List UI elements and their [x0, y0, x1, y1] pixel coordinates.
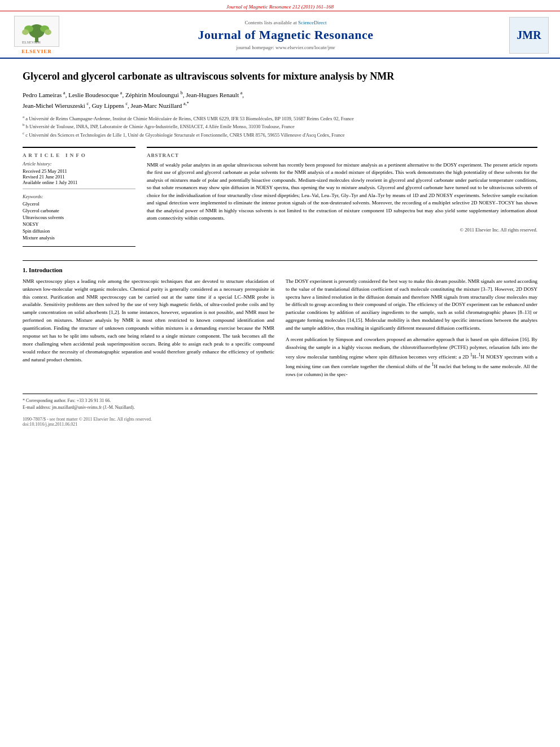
- elsevier-logo: ELSEVIER ELSEVIER: [11, 16, 62, 54]
- keyword-ultraviscous: Ultraviscous solvents: [23, 215, 135, 220]
- footnote-corresponding: * Corresponding author. Fax: +33 3 26 91…: [23, 397, 537, 411]
- affiliations: a a Université de Reims Champagne-Ardenn…: [23, 114, 537, 139]
- svg-point-4: [22, 29, 29, 35]
- article-body: Glycerol and glycerol carbonate as ultra…: [0, 59, 560, 394]
- keywords-label: Keywords:: [23, 194, 135, 199]
- elsevier-label: ELSEVIER: [21, 49, 52, 54]
- svg-text:ELSEVIER: ELSEVIER: [22, 40, 41, 44]
- sciencedirect-link[interactable]: ScienceDirect: [298, 20, 326, 25]
- intro-right-para-2: A recent publication by Simpson and cowo…: [286, 336, 537, 379]
- intro-right-col: The DOSY experiment is presently conside…: [286, 278, 537, 382]
- keywords-section: Keywords: Glycerol Glycerol carbonate Ul…: [23, 189, 135, 241]
- article-meta-section: A R T I C L E I N F O Article history: R…: [23, 147, 537, 252]
- intro-two-col: NMR spectroscopy plays a leading role am…: [23, 278, 537, 382]
- footer: * Corresponding author. Fax: +33 3 26 91…: [23, 394, 537, 414]
- intro-left-para: NMR spectroscopy plays a leading role am…: [23, 278, 274, 364]
- journal-homepage: journal homepage: www.elsevier.com/locat…: [68, 45, 504, 50]
- available-date: Available online 1 July 2011: [23, 180, 135, 185]
- article-info-col: A R T I C L E I N F O Article history: R…: [23, 147, 135, 252]
- abstract-title: ABSTRACT: [147, 152, 537, 158]
- elsevier-logo-image: ELSEVIER: [14, 16, 59, 47]
- keyword-noesy: NOESY: [23, 221, 135, 227]
- intro-right-para-1: The DOSY experiment is presently conside…: [286, 278, 537, 333]
- keyword-glycerol: Glycerol: [23, 201, 135, 207]
- intro-left-col: NMR spectroscopy plays a leading role am…: [23, 278, 274, 382]
- section-divider: [23, 260, 537, 261]
- article-info: A R T I C L E I N F O Article history: R…: [23, 147, 135, 247]
- abstract-text: NMR of weakly polar analytes in an apola…: [147, 161, 537, 222]
- abstract-col: ABSTRACT NMR of weakly polar analytes in…: [147, 147, 537, 252]
- received-date: Received 25 May 2011: [23, 168, 135, 174]
- journal-ref: Journal of Magnetic Resonance 212 (2011)…: [226, 4, 334, 10]
- keyword-mixture-analysis: Mixture analysis: [23, 235, 135, 241]
- revised-date: Revised 21 June 2011: [23, 174, 135, 180]
- abstract-copyright: © 2011 Elsevier Inc. All rights reserved…: [147, 227, 537, 233]
- elsevier-tree-icon: ELSEVIER: [20, 19, 54, 44]
- authors: Pedro Lameiras a, Leslie Boudesocque a, …: [23, 90, 537, 111]
- jmr-logo: JMR: [509, 17, 549, 54]
- svg-point-5: [45, 29, 51, 35]
- journal-title: Journal of Magnetic Resonance: [68, 28, 504, 42]
- history-section-title: A R T I C L E I N F O: [23, 152, 135, 158]
- section-heading-intro: 1. Introduction: [23, 267, 537, 273]
- sciencedirect-line: Contents lists available at ScienceDirec…: [68, 20, 504, 25]
- keyword-glycerol-carbonate: Glycerol carbonate: [23, 208, 135, 213]
- keyword-spin-diffusion: Spin diffusion: [23, 228, 135, 234]
- abstract-section: ABSTRACT NMR of weakly polar analytes in…: [147, 147, 537, 233]
- jmr-abbrev: JMR: [517, 29, 541, 42]
- introduction-section: 1. Introduction NMR spectroscopy plays a…: [23, 267, 537, 382]
- top-bar: Journal of Magnetic Resonance 212 (2011)…: [0, 0, 560, 11]
- history-label: Article history:: [23, 161, 135, 167]
- footer-bottom: 1090-7807/$ - see front matter © 2011 El…: [0, 414, 560, 429]
- journal-header: ELSEVIER ELSEVIER Contents lists availab…: [0, 11, 560, 59]
- article-title: Glycerol and glycerol carbonate as ultra…: [23, 70, 537, 83]
- header-center: Contents lists available at ScienceDirec…: [62, 20, 509, 50]
